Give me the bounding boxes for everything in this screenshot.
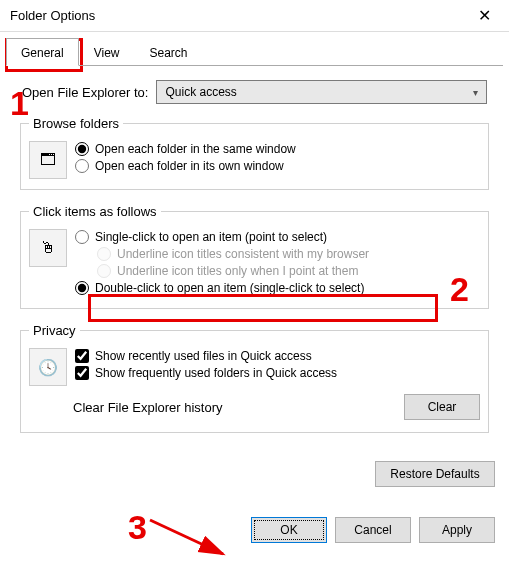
cursor-click-icon: 🖱	[29, 229, 67, 267]
privacy-group: Privacy 🕓 Show recently used files in Qu…	[20, 323, 489, 433]
radio-same-window-input[interactable]	[75, 142, 89, 156]
cancel-button[interactable]: Cancel	[335, 517, 411, 543]
ok-button[interactable]: OK	[251, 517, 327, 543]
tab-search[interactable]: Search	[135, 38, 203, 66]
privacy-legend: Privacy	[29, 323, 80, 338]
chevron-down-icon: ▾	[473, 87, 478, 98]
check-freq-folders[interactable]: Show frequently used folders in Quick ac…	[75, 366, 480, 380]
close-button[interactable]: ✕	[462, 1, 507, 31]
dialog-button-row: OK Cancel Apply	[0, 487, 509, 555]
radio-underline-point-input	[97, 264, 111, 278]
check-recent-files-input[interactable]	[75, 349, 89, 363]
folder-window-icon: 🗔	[29, 141, 67, 179]
open-explorer-dropdown[interactable]: Quick access ▾	[156, 80, 487, 104]
check-recent-files[interactable]: Show recently used files in Quick access	[75, 349, 480, 363]
radio-double-click-input[interactable]	[75, 281, 89, 295]
check-freq-folders-input[interactable]	[75, 366, 89, 380]
browse-folders-group: Browse folders 🗔 Open each folder in the…	[20, 116, 489, 190]
radio-underline-point: Underline icon titles only when I point …	[97, 264, 480, 278]
clear-history-label: Clear File Explorer history	[73, 400, 404, 415]
radio-single-click[interactable]: Single-click to open an item (point to s…	[75, 230, 480, 244]
radio-own-window-input[interactable]	[75, 159, 89, 173]
radio-double-click[interactable]: Double-click to open an item (single-cli…	[75, 281, 480, 295]
browse-legend: Browse folders	[29, 116, 123, 131]
click-legend: Click items as follows	[29, 204, 161, 219]
title-bar: Folder Options ✕	[0, 0, 509, 32]
tab-view[interactable]: View	[79, 38, 135, 66]
privacy-clock-icon: 🕓	[29, 348, 67, 386]
radio-underline-browser: Underline icon titles consistent with my…	[97, 247, 480, 261]
clear-button[interactable]: Clear	[404, 394, 480, 420]
tab-row: General View Search	[0, 32, 509, 66]
radio-underline-browser-input	[97, 247, 111, 261]
tab-general[interactable]: General	[6, 38, 79, 66]
radio-single-click-input[interactable]	[75, 230, 89, 244]
restore-defaults-button[interactable]: Restore Defaults	[375, 461, 495, 487]
radio-own-window[interactable]: Open each folder in its own window	[75, 159, 480, 173]
open-explorer-value: Quick access	[165, 85, 473, 99]
general-panel: Open File Explorer to: Quick access ▾ Br…	[14, 66, 495, 453]
apply-button[interactable]: Apply	[419, 517, 495, 543]
window-title: Folder Options	[10, 8, 462, 23]
open-explorer-label: Open File Explorer to:	[22, 85, 148, 100]
radio-same-window[interactable]: Open each folder in the same window	[75, 142, 480, 156]
click-items-group: Click items as follows 🖱 Single-click to…	[20, 204, 489, 309]
